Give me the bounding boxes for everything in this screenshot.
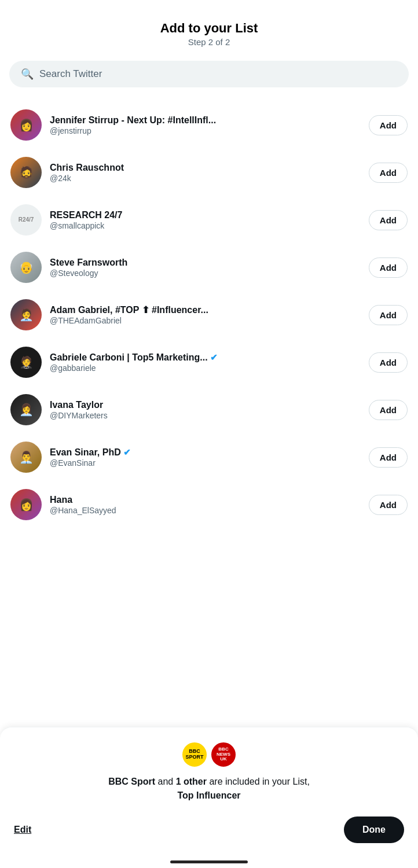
add-button[interactable]: Add <box>369 258 408 278</box>
page-subtitle: Step 2 of 2 <box>12 37 406 47</box>
add-button[interactable]: Add <box>369 305 408 325</box>
avatar: 👩‍💼 <box>10 394 42 425</box>
user-name: Chris Rauschnot <box>50 163 361 173</box>
done-button[interactable]: Done <box>344 816 404 843</box>
verified-badge: ✔ <box>210 352 218 363</box>
list-item: 👩 Jennifer Stirrup - Next Up: #IntellInf… <box>0 101 418 149</box>
bbc-news-avatar: BBC NEWS UK <box>210 741 237 768</box>
list-item: 👨‍💼 Evan Sinar, PhD ✔ @EvanSinar Add <box>0 433 418 481</box>
user-name: Hana <box>50 495 361 505</box>
bottom-panel: BBC SPORT BBC NEWS UK BBC Sport and 1 ot… <box>0 727 418 855</box>
page-title: Add to your List <box>12 21 406 36</box>
user-handle: @EvanSinar <box>50 458 361 468</box>
user-info: Steve Farnsworth @Steveology <box>50 258 361 278</box>
search-input[interactable]: Search Twitter <box>39 68 102 80</box>
user-info: Jennifer Stirrup - Next Up: #IntellInfl.… <box>50 115 361 135</box>
list-item: 👴 Steve Farnsworth @Steveology Add <box>0 244 418 291</box>
bottom-avatars: BBC SPORT BBC NEWS UK <box>181 741 237 768</box>
edit-button[interactable]: Edit <box>14 825 31 835</box>
avatar: 👴 <box>10 252 42 283</box>
user-info: Ivana Taylor @DIYMarketers <box>50 400 361 420</box>
user-handle: @24k <box>50 174 361 183</box>
user-list: 👩 Jennifer Stirrup - Next Up: #IntellInf… <box>0 97 418 727</box>
search-bar[interactable]: 🔍 Search Twitter <box>9 61 409 87</box>
add-button[interactable]: Add <box>369 400 408 420</box>
avatar: 🧑‍💼 <box>10 299 42 330</box>
user-handle: @gabbariele <box>50 363 361 373</box>
add-button[interactable]: Add <box>369 352 408 373</box>
user-name: Ivana Taylor <box>50 400 361 410</box>
list-item: R24/7 RESEARCH 24/7 @smallcappick Add <box>0 196 418 244</box>
user-handle: @Steveology <box>50 269 361 278</box>
user-handle: @DIYMarketers <box>50 411 361 420</box>
user-info: Gabriele Carboni | Top5 Marketing... ✔ @… <box>50 352 361 373</box>
home-indicator <box>0 855 418 868</box>
avatar: 👩 <box>10 109 42 141</box>
add-button[interactable]: Add <box>369 115 408 135</box>
add-button[interactable]: Add <box>369 495 408 515</box>
user-name: Steve Farnsworth <box>50 258 361 268</box>
add-button[interactable]: Add <box>369 447 408 468</box>
add-button[interactable]: Add <box>369 210 408 230</box>
add-button[interactable]: Add <box>369 163 408 183</box>
list-item: 👩 Hana @Hana_ElSayyed Add <box>0 481 418 528</box>
avatar: 🤵 <box>10 347 42 378</box>
avatar: 🧔 <box>10 157 42 188</box>
search-bar-wrapper: 🔍 Search Twitter <box>0 56 418 97</box>
bbc-sport-avatar: BBC SPORT <box>181 741 208 768</box>
user-name: Adam Gabriel, #TOP ⬆ #Influencer... <box>50 304 361 315</box>
bottom-actions: Edit Done <box>14 812 404 845</box>
search-icon: 🔍 <box>21 68 34 80</box>
user-handle: @Hana_ElSayyed <box>50 506 361 515</box>
user-info: Adam Gabriel, #TOP ⬆ #Influencer... @THE… <box>50 304 361 325</box>
list-item: 🧑‍💼 Adam Gabriel, #TOP ⬆ #Influencer... … <box>0 291 418 339</box>
bottom-description: BBC Sport and 1 other are included in yo… <box>108 775 310 803</box>
verified-badge: ✔ <box>123 447 131 458</box>
header: Add to your List Step 2 of 2 <box>0 0 418 56</box>
user-handle: @jenstirrup <box>50 126 361 135</box>
page-wrapper: Add to your List Step 2 of 2 🔍 Search Tw… <box>0 0 418 868</box>
user-name: RESEARCH 24/7 <box>50 210 361 220</box>
user-name: Jennifer Stirrup - Next Up: #IntellInfl.… <box>50 115 361 126</box>
user-info: Chris Rauschnot @24k <box>50 163 361 183</box>
user-handle: @smallcappick <box>50 221 361 230</box>
avatar: R24/7 <box>10 204 42 236</box>
list-item: 🤵 Gabriele Carboni | Top5 Marketing... ✔… <box>0 339 418 386</box>
user-info: RESEARCH 24/7 @smallcappick <box>50 210 361 230</box>
home-indicator-bar <box>170 860 248 863</box>
user-name: Evan Sinar, PhD ✔ <box>50 447 361 458</box>
list-item: 🧔 Chris Rauschnot @24k Add <box>0 149 418 196</box>
avatar: 👩 <box>10 489 42 520</box>
user-info: Evan Sinar, PhD ✔ @EvanSinar <box>50 447 361 468</box>
user-name: Gabriele Carboni | Top5 Marketing... ✔ <box>50 352 361 363</box>
avatar: 👨‍💼 <box>10 442 42 473</box>
list-item: 👩‍💼 Ivana Taylor @DIYMarketers Add <box>0 386 418 433</box>
user-handle: @THEAdamGabriel <box>50 316 361 325</box>
user-info: Hana @Hana_ElSayyed <box>50 495 361 515</box>
